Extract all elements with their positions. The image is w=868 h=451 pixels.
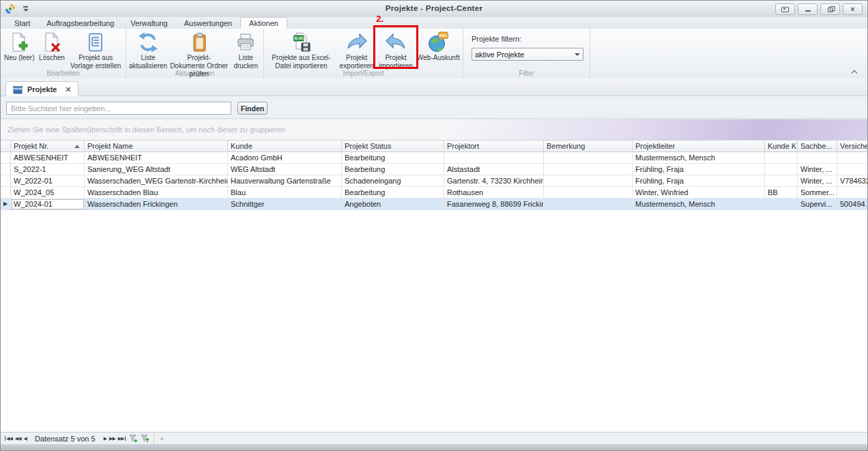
cell[interactable]: WEG Altstadt	[228, 164, 342, 175]
cell[interactable]	[544, 164, 633, 175]
find-button[interactable]: Finden	[237, 102, 267, 115]
cell[interactable]: ABWESENHEIT	[85, 152, 228, 164]
cell[interactable]: Wasserschaden Frickingen	[85, 199, 228, 210]
tab-auswertungen[interactable]: Auswertungen	[176, 18, 240, 29]
cell[interactable]: Schadeneingang	[342, 175, 444, 187]
cell[interactable]: Sanierung_WEG Altstadt	[85, 164, 228, 175]
cell[interactable]	[837, 187, 867, 199]
column-header-projektort[interactable]: Projektort	[444, 141, 544, 152]
add-filter-icon[interactable]	[129, 434, 138, 443]
doc-tab-projekte[interactable]: Projekte ✕	[5, 81, 78, 97]
table-row-selected[interactable]: ▶ W_2024-01 Wasserschaden Frickingen Sch…	[1, 199, 867, 210]
export-project-button[interactable]: Projekt exportieren	[337, 30, 376, 68]
cell[interactable]: Hausverwaltung Gartenstraße	[228, 175, 342, 187]
cell[interactable]: BB	[765, 187, 798, 199]
cell[interactable]: Mustermensch, Mensch	[633, 199, 765, 210]
projects-filter-select[interactable]: aktive Projekte	[472, 48, 583, 61]
cell[interactable]	[544, 152, 633, 164]
search-input[interactable]	[6, 102, 231, 115]
cell[interactable]: Supervi...	[798, 199, 837, 210]
cell[interactable]	[765, 199, 798, 210]
column-header-kunde[interactable]: Kunde	[228, 141, 342, 152]
cell[interactable]: Blau	[228, 187, 342, 199]
nav-next-button[interactable]: ▶	[104, 436, 106, 441]
column-header-bemerkung[interactable]: Bemerkung	[544, 141, 633, 152]
cell[interactable]	[544, 199, 633, 210]
tab-auftragsbearbeitung[interactable]: Auftragsbearbeitung	[38, 18, 122, 29]
group-by-drop-zone[interactable]: Ziehen Sie eine Spaltenüberschrift in di…	[1, 119, 867, 141]
minimize-button[interactable]	[798, 3, 818, 15]
nav-prev-page-button[interactable]: ◀◀	[15, 436, 21, 441]
cell[interactable]	[765, 152, 798, 164]
cell[interactable]: Wasserschaden Blau	[85, 187, 228, 199]
cell[interactable]: Fasanenweg 8, 88699 Frickingen	[444, 199, 544, 210]
cell[interactable]: Winter, ...	[798, 164, 837, 175]
table-row[interactable]: ABWESENHEIT ABWESENHEIT Acadoro GmbH Bea…	[1, 152, 867, 164]
tab-start[interactable]: Start	[6, 18, 38, 29]
delete-project-button[interactable]: Löschen	[37, 30, 68, 68]
cell[interactable]: Mustermensch, Mensch	[633, 152, 765, 164]
fullscreen-button[interactable]	[775, 3, 795, 15]
check-documents-folder-button[interactable]: Projekt-Dokumente Ordner prüfen	[169, 30, 229, 68]
cell[interactable]: Frühling, Fraja	[633, 175, 765, 187]
import-project-button[interactable]: 2. Projekt importieren	[376, 30, 415, 68]
hscroll-left-arrow[interactable]: ◀	[160, 436, 163, 441]
cell[interactable]: Bearbeitung	[342, 187, 444, 199]
tab-aktionen[interactable]: Aktionen	[240, 17, 287, 29]
column-header-sachbe[interactable]: Sachbe...	[798, 141, 837, 152]
close-tab-icon[interactable]: ✕	[65, 85, 71, 94]
cell[interactable]	[444, 152, 544, 164]
web-auskunft-button[interactable]: ABC Web-Auskunft	[416, 30, 461, 68]
cell[interactable]: 500494...	[837, 199, 867, 210]
table-row[interactable]: S_2022-1 Sanierung_WEG Altstadt WEG Alts…	[1, 164, 867, 175]
cell[interactable]	[837, 152, 867, 164]
column-header-projekt-nr[interactable]: Projekt Nr.	[11, 141, 85, 152]
nav-last-button[interactable]: ▶▶	[118, 436, 126, 441]
nav-first-button[interactable]: ◀◀	[4, 436, 12, 441]
cell[interactable]	[544, 187, 633, 199]
cell[interactable]	[765, 164, 798, 175]
cell[interactable]: Alstastadt	[444, 164, 544, 175]
cell[interactable]: Winter, Winfried	[633, 187, 765, 199]
column-header-versiche[interactable]: Versiche...	[837, 141, 867, 152]
cell[interactable]: Acadoro GmbH	[228, 152, 342, 164]
cell[interactable]: Angeboten	[342, 199, 444, 210]
cell[interactable]: W_2022-01	[11, 175, 85, 187]
nav-next-page-button[interactable]: ▶▶	[109, 436, 115, 441]
cell[interactable]: Sommer...	[798, 187, 837, 199]
project-from-template-button[interactable]: Projekt aus Vorlage erstellen	[67, 30, 124, 68]
new-project-button[interactable]: Neu (leer)	[2, 30, 37, 68]
column-header-projektleiter[interactable]: Projektleiter	[633, 141, 765, 152]
cell[interactable]	[837, 164, 867, 175]
refresh-list-button[interactable]: Liste aktualisieren	[128, 30, 169, 68]
cell[interactable]: Bearbeitung	[342, 164, 444, 175]
nav-prev-button[interactable]: ◀	[24, 436, 27, 441]
cell[interactable]	[765, 175, 798, 187]
column-header-kunde-k[interactable]: Kunde K...	[765, 141, 798, 152]
cell-focused[interactable]: W_2024-01	[11, 199, 85, 210]
restore-button[interactable]	[820, 3, 840, 15]
cell[interactable]: Wasserschaden_WEG Gartenstr-Kirchheim	[85, 175, 228, 187]
cell[interactable]: W_2024_05	[11, 187, 85, 199]
cell[interactable]	[544, 175, 633, 187]
cell[interactable]: S_2022-1	[11, 164, 85, 175]
table-row[interactable]: W_2024_05 Wasserschaden Blau Blau Bearbe…	[1, 187, 867, 199]
collapse-ribbon-icon[interactable]	[850, 68, 859, 75]
close-button[interactable]: ×	[843, 3, 863, 15]
edit-filter-icon[interactable]	[141, 434, 149, 443]
cell[interactable]: Bearbeitung	[342, 152, 444, 164]
cell[interactable]: Frühling, Fraja	[633, 164, 765, 175]
table-row[interactable]: W_2022-01 Wasserschaden_WEG Gartenstr-Ki…	[1, 175, 867, 187]
import-projects-from-excel-button[interactable]: XLSX Projekte aus Excel-Datei importiere…	[265, 30, 337, 68]
cell[interactable]: Gartenstr. 4, 73230 Kirchheim	[444, 175, 544, 187]
column-header-projekt-status[interactable]: Projekt Status	[342, 141, 444, 152]
cell[interactable]: Schnittger	[228, 199, 342, 210]
tab-verwaltung[interactable]: Verwaltung	[122, 18, 175, 29]
cell[interactable]: Rothausen	[444, 187, 544, 199]
print-list-button[interactable]: Liste drucken	[229, 30, 262, 68]
cell[interactable]: V784632	[837, 175, 867, 187]
cell[interactable]: ABWESENHEIT	[11, 152, 85, 164]
column-header-projekt-name[interactable]: Projekt Name	[85, 141, 228, 152]
cell[interactable]	[798, 152, 837, 164]
cell[interactable]: Winter, ...	[798, 175, 837, 187]
